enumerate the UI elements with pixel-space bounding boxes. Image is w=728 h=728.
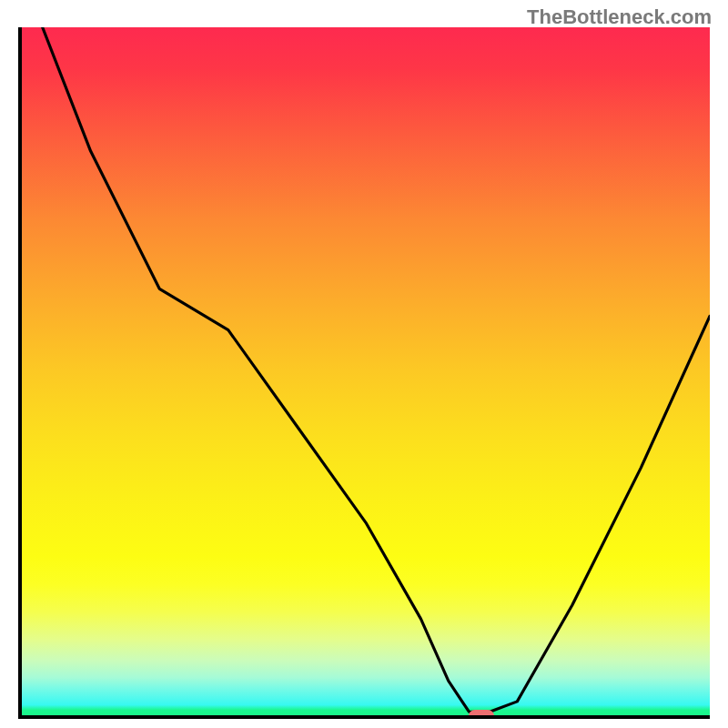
watermark-text: TheBottleneck.com: [527, 5, 712, 29]
plot-area: [18, 27, 710, 719]
bottleneck-curve: [43, 27, 710, 712]
optimal-point-marker: [469, 710, 494, 719]
curve-svg: [22, 27, 710, 715]
